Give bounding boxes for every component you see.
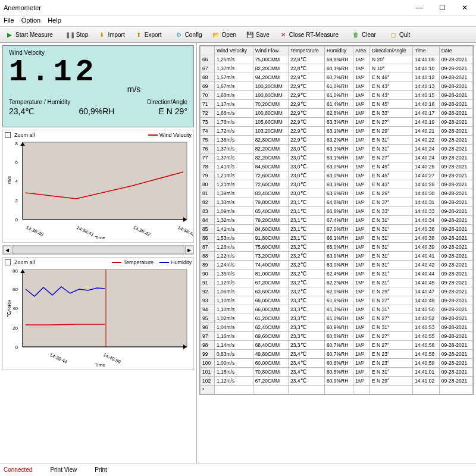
- trash-icon: 🗑: [352, 30, 360, 39]
- svg-text:Time: Time: [95, 362, 105, 368]
- menubar: File Option Help: [0, 15, 476, 26]
- window-title: Anemometer: [4, 4, 41, 11]
- lcd-wind-value: 1.12: [9, 57, 187, 88]
- table-row[interactable]: 841,32m/s79,20CMM23,1℃67,4%RH1M²E N 31°1…: [201, 216, 473, 225]
- table-row[interactable]: 1021,12m/s67,20CMM23,4℃60,9%RH1M²E N 29°…: [201, 377, 473, 386]
- svg-text:14:40:59: 14:40:59: [102, 352, 122, 365]
- zoom-all-checkbox-2[interactable]: [5, 259, 11, 265]
- table-row[interactable]: 971,16m/s69,60CMM23,3℃60,8%RH1M²E N 27°1…: [201, 332, 473, 341]
- close-icon: ✕: [279, 30, 287, 39]
- table-row[interactable]: 801,21m/s72,60CMM23,0℃63,3%RH1M²E N 43°1…: [201, 180, 473, 189]
- table-row[interactable]: 831,09m/s65,40CMM23,1℃66,8%RH1M²E N 33°1…: [201, 207, 473, 216]
- import-button[interactable]: ⬇Import: [93, 27, 129, 42]
- table-row[interactable]: 911,12m/s67,20CMM23,2℃62,2%RH1M²E N 31°1…: [201, 278, 473, 287]
- col-header[interactable]: Wind Velocity: [215, 46, 253, 55]
- table-row[interactable]: 861,53m/s91,80CMM23,1℃66,1%RH1M²E N 31°1…: [201, 234, 473, 243]
- table-row[interactable]: 691,67m/s100,20CMM22,9℃61,0%RH1M²E N 43°…: [201, 82, 473, 91]
- table-row[interactable]: 981,14m/s68,40CMM23,3℃60,7%RH1M²E N 27°1…: [201, 341, 473, 350]
- col-header[interactable]: Temperature: [289, 46, 325, 55]
- lcd-th-label: Temperature / Humidity: [9, 99, 70, 105]
- table-row[interactable]: 661,25m/s75,00CMM22,8℃59,8%RH1M²N 20°14:…: [201, 55, 473, 64]
- table-row[interactable]: 721,68m/s100,80CMM22,9℃62,8%RH1M²E N 33°…: [201, 109, 473, 118]
- table-row[interactable]: 881,22m/s73,20CMM23,2℃63,9%RH1M²E N 31°1…: [201, 252, 473, 261]
- svg-text:14:38:42: 14:38:42: [132, 225, 152, 238]
- stop-button[interactable]: ❚❚Stop: [62, 27, 93, 42]
- start-measure-button[interactable]: ▶Start Measure: [1, 27, 57, 42]
- svg-rect-0: [23, 142, 187, 220]
- table-row[interactable]: 821,33m/s79,80CMM23,1℃64,8%RH1M²E N 37°1…: [201, 198, 473, 207]
- table-row[interactable]: 921,06m/s63,60CMM23,2℃62,0%RH1M²E N 29°1…: [201, 287, 473, 296]
- table-row[interactable]: 671,37m/s82,20CMM22,8℃60,1%RH1M²N 10°14:…: [201, 64, 473, 73]
- table-row[interactable]: 871,26m/s75,60CMM23,2℃65,0%RH1M²E N 31°1…: [201, 243, 473, 252]
- lcd-display: Wind Velocity 1.12 m/s Temperature / Hum…: [2, 45, 194, 127]
- open-button[interactable]: 📂Open: [208, 27, 240, 42]
- maximize-button[interactable]: ☐: [431, 0, 453, 15]
- table-row[interactable]: 771,37m/s82,20CMM23,0℃63,1%RH1M²E N 27°1…: [201, 154, 473, 162]
- table-row[interactable]: 901,35m/s81,00CMM23,2℃62,4%RH1M²E N 31°1…: [201, 270, 473, 278]
- scroll-left-icon[interactable]: ◀: [3, 246, 11, 254]
- table-row[interactable]: 731,76m/s105,60CMM22,9℃63,3%RH1M²E N 27°…: [201, 118, 473, 127]
- export-button[interactable]: ⬆Export: [130, 27, 166, 42]
- table-row[interactable]: 761,37m/s82,20CMM23,0℃63,1%RH1M²E N 31°1…: [201, 145, 473, 154]
- table-row[interactable]: 941,10m/s66,00CMM23,3℃61,3%RH1M²E N 31°1…: [201, 305, 473, 314]
- table-row[interactable]: 961,04m/s62,40CMM23,3℃60,9%RH1M²E N 31°1…: [201, 323, 473, 332]
- col-header[interactable]: Time: [413, 46, 440, 55]
- chart-scrollbar[interactable]: ◀ ▶: [2, 245, 194, 255]
- table-row[interactable]: 891,24m/s74,40CMM23,2℃63,0%RH1M²E N 31°1…: [201, 261, 473, 270]
- temp-hum-chart-panel: Zoom all Temperature Humidity 0 20 40 60…: [2, 257, 194, 370]
- svg-rect-16: [23, 270, 187, 347]
- menu-help[interactable]: Help: [48, 17, 61, 25]
- svg-text:80: 80: [12, 268, 18, 274]
- col-header[interactable]: Date: [439, 46, 472, 55]
- quit-button[interactable]: ◻Quit: [385, 27, 414, 42]
- wind-chart-panel: Zoom all Wind Velocity 0 2 4 6 8 14:38:4…: [2, 130, 194, 243]
- col-header[interactable]: [201, 46, 215, 55]
- lcd-dir: E N 29°: [159, 107, 187, 116]
- save-button[interactable]: 💾Save: [242, 27, 274, 42]
- print-view-button[interactable]: Print View: [50, 466, 77, 473]
- wind-velocity-chart[interactable]: 0 2 4 6 8 14:38:40 14:38:41 14:38:42 14:…: [5, 139, 193, 240]
- table-row[interactable]: 1001,00m/s60,00CMM23,4℃60,6%RH1M²E N 23°…: [201, 359, 473, 368]
- col-header[interactable]: Wind Flow: [253, 46, 288, 55]
- menu-option[interactable]: Option: [21, 17, 40, 25]
- table-row[interactable]: 711,17m/s70,20CMM22,9℃61,4%RH1M²E N 45°1…: [201, 100, 473, 109]
- table-row[interactable]: 811,39m/s83,40CMM23,0℃63,6%RH1M²E N 29°1…: [201, 189, 473, 198]
- table-row[interactable]: 781,41m/s84,60CMM23,0℃63,0%RH1M²E N 45°1…: [201, 162, 473, 171]
- svg-text:2: 2: [15, 198, 18, 203]
- col-header[interactable]: Area: [353, 46, 370, 55]
- zoom-all-checkbox-1[interactable]: [5, 132, 11, 138]
- temp-humidity-chart[interactable]: 0 20 40 60 80 14:39:44 14:40:59 ℃/%RH Ti…: [5, 267, 193, 368]
- table-row[interactable]: 751,38m/s82,80CMM22,9℃63,2%RH1M²E N 31°1…: [201, 136, 473, 145]
- svg-text:14:38:41: 14:38:41: [76, 225, 95, 238]
- pause-icon: ❚❚: [66, 30, 74, 39]
- svg-text:℃/%RH: ℃/%RH: [7, 299, 12, 317]
- config-button[interactable]: ⚙Config: [171, 27, 206, 42]
- svg-text:8: 8: [15, 141, 18, 146]
- statusbar: Connected Print View Print: [0, 463, 476, 476]
- close-rt-button[interactable]: ✕Close RT-Measure: [275, 27, 343, 42]
- col-header[interactable]: Direction/Angle: [370, 46, 413, 55]
- import-icon: ⬇: [98, 30, 106, 39]
- quit-icon: ◻: [389, 30, 397, 39]
- table-row[interactable]: 681,57m/s94,20CMM22,9℃60,7%RH1M²E N 46°1…: [201, 73, 473, 82]
- table-row[interactable]: 741,72m/s103,20CMM22,9℃63,1%RH1M²E N 29°…: [201, 127, 473, 136]
- minimize-button[interactable]: —: [408, 0, 431, 15]
- table-row[interactable]: 851,41m/s84,60CMM23,1℃67,0%RH1M²E N 31°1…: [201, 225, 473, 234]
- svg-text:4: 4: [15, 178, 18, 184]
- table-row[interactable]: 990,83m/s49,80CMM23,4℃60,7%RH1M²E N 23°1…: [201, 350, 473, 359]
- clear-button[interactable]: 🗑Clear: [347, 27, 380, 42]
- print-button[interactable]: Print: [95, 466, 107, 473]
- table-row[interactable]: 791,21m/s72,60CMM23,0℃63,0%RH1M²E N 45°1…: [201, 171, 473, 180]
- table-row[interactable]: 951,02m/s61,20CMM23,3℃61,0%RH1M²E N 27°1…: [201, 314, 473, 323]
- gear-icon: ⚙: [175, 30, 183, 39]
- col-header[interactable]: Humidity: [324, 46, 353, 55]
- lcd-hum: 60,9%RH: [79, 107, 114, 116]
- menu-file[interactable]: File: [4, 17, 14, 25]
- table-row[interactable]: 1011,18m/s70,80CMM23,4℃60,5%RH1M²E N 31°…: [201, 368, 473, 377]
- data-grid[interactable]: Wind VelocityWind FlowTemperatureHumidit…: [199, 45, 474, 395]
- scroll-right-icon[interactable]: ▶: [185, 246, 193, 254]
- table-row[interactable]: 931,10m/s66,00CMM23,3℃61,6%RH1M²E N 27°1…: [201, 296, 473, 305]
- table-row[interactable]: 701,68m/s100,80CMM22,9℃61,0%RH1M²E N 43°…: [201, 91, 473, 100]
- close-button[interactable]: ✕: [453, 0, 476, 15]
- svg-text:14:38:40: 14:38:40: [25, 225, 45, 238]
